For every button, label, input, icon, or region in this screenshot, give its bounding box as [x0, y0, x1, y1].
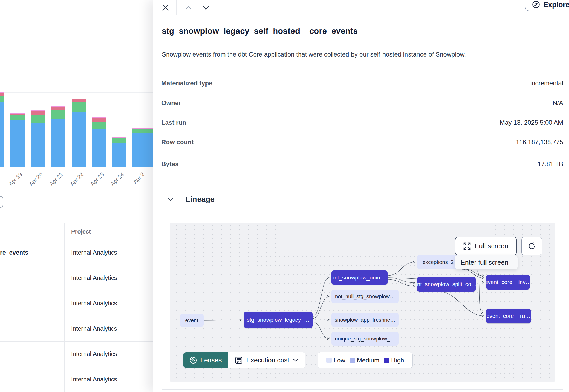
bar-Apr 2 — [132, 128, 155, 167]
execution-cost-dropdown[interactable]: Execution cost — [228, 352, 305, 368]
x-tick-label: Apr 21 — [41, 171, 64, 194]
fullscreen-button[interactable]: Full screen — [455, 237, 517, 255]
legend-item-high: High — [384, 357, 404, 364]
bar-segment-green — [31, 115, 45, 123]
close-button[interactable] — [160, 0, 171, 15]
bar-segment-green — [132, 129, 155, 133]
bar-segment-blue — [72, 112, 86, 167]
project-cell: Internal Analytics — [71, 265, 117, 291]
bar-Apr 23 — [92, 117, 106, 167]
gridline — [0, 92, 153, 93]
lineage-edge — [313, 296, 329, 319]
lineage-node-stg[interactable]: stg_snowplow_legacy_… — [244, 312, 313, 328]
panel-topbar: Explore — [153, 0, 569, 15]
legend-item-low: Low — [326, 357, 345, 364]
lens-aperture-icon — [189, 356, 197, 364]
bar-segment-green — [112, 138, 126, 143]
table-row[interactable]: Internal Analytics — [0, 291, 153, 316]
metadata-value: May 13, 2025 5:00 AM — [500, 119, 563, 126]
detail-panel: Explore stg_snowplow_legacy_self_hosted_… — [153, 0, 569, 392]
metadata-value: N/A — [553, 99, 563, 107]
cost-legend: LowMediumHigh — [318, 352, 413, 368]
metadata-row-row-count: Row count116,187,138,775 — [161, 132, 563, 152]
next-item-button[interactable] — [200, 0, 211, 15]
lineage-edge — [388, 279, 415, 286]
x-tick-label: Apr 24 — [102, 171, 125, 194]
legend-label: Medium — [357, 357, 379, 364]
lenses-label: Lenses — [200, 356, 222, 364]
lineage-node-app[interactable]: snowplow_app_freshne… — [331, 313, 399, 327]
bar-Apr 20 — [31, 110, 45, 167]
lineage-node-exceptions[interactable]: exceptions_2 — [417, 255, 459, 269]
bar-segment-blue — [51, 119, 65, 167]
project-cell: Internal Analytics — [71, 291, 117, 316]
lineage-edge — [313, 322, 329, 339]
bar-segment-green — [10, 115, 25, 120]
model-name-title: stg_snowplow_legacy_self_hosted__core_ev… — [162, 26, 358, 36]
explore-button[interactable]: Explore — [525, 0, 569, 11]
bar-Apr 19 — [10, 113, 25, 167]
metadata-row-last-run: Last runMay 13, 2025 5:00 AM — [161, 113, 563, 132]
x-tick-label: Apr 19 — [0, 171, 24, 194]
table-row[interactable]: Internal Analytics — [0, 341, 153, 367]
refresh-icon — [527, 242, 536, 251]
bar-segment-red — [51, 107, 65, 110]
legend-label: High — [391, 357, 404, 364]
x-tick-label: Apr 2 — [122, 171, 146, 194]
lineage-section-title: Lineage — [186, 195, 215, 204]
lineage-canvas[interactable]: eventstg_snowplow_legacy_…int_snowplow_u… — [170, 223, 555, 382]
lineage-node-unio[interactable]: int_snowplow_unio… — [331, 270, 388, 285]
bar-segment-green — [92, 122, 106, 129]
table-row[interactable]: Internal Analytics — [0, 367, 153, 392]
bar-segment-blue — [92, 129, 106, 167]
models-table: Project re_eventsInternal AnalyticsInter… — [0, 223, 153, 392]
execution-cost-label: Execution cost — [246, 356, 290, 364]
bar-segment-red — [31, 111, 45, 115]
lenses-button[interactable]: Lenses — [183, 352, 228, 368]
lineage-edge — [439, 292, 484, 316]
table-row[interactable]: re_eventsInternal Analytics — [0, 240, 153, 265]
section-collapse-chevron-icon — [167, 197, 174, 202]
legend-swatch — [384, 358, 389, 363]
bar-segment-red — [0, 93, 4, 96]
fullscreen-tooltip: Enter full screen — [455, 255, 518, 269]
gridline — [0, 68, 153, 68]
table-row[interactable]: Internal Analytics — [0, 316, 153, 341]
clipped-filter-button[interactable] — [0, 196, 3, 208]
chart-card-top-border — [0, 43, 153, 43]
x-tick-label: Apr 23 — [82, 171, 105, 194]
table-row[interactable]: Internal Analytics — [0, 265, 153, 291]
bar-segment-blue — [112, 143, 126, 167]
lineage-section-header[interactable]: Lineage — [167, 195, 215, 204]
screen: Apr 19Apr 20Apr 21Apr 22Apr 23Apr 24Apr … — [0, 0, 569, 392]
bar-segment-blue — [0, 102, 4, 167]
compass-icon — [532, 0, 540, 9]
refresh-lineage-button[interactable] — [521, 237, 542, 255]
metadata-row-bytes: Bytes17.81 TB — [161, 152, 563, 176]
x-tick-label: Apr 20 — [21, 171, 44, 194]
project-cell: Internal Analytics — [71, 316, 117, 341]
previous-item-button[interactable] — [183, 0, 194, 15]
close-icon — [162, 4, 169, 12]
expand-icon — [463, 242, 471, 250]
calculator-icon — [235, 356, 243, 364]
project-cell: Internal Analytics — [71, 342, 117, 367]
metadata-label: Row count — [161, 138, 194, 146]
metadata-value: 17.81 TB — [538, 160, 563, 168]
metadata-list: Materialized typeincrementalOwnerN/ALast… — [161, 73, 563, 176]
lineage-node-split[interactable]: int_snowplow_split_co… — [417, 277, 476, 292]
legend-item-medium: Medium — [350, 357, 379, 364]
table-header-project: Project — [71, 223, 91, 240]
project-cell: Internal Analytics — [71, 240, 117, 265]
model-name-cell: re_events — [0, 240, 28, 265]
lineage-edge — [313, 320, 329, 320]
bar-segment-green — [72, 102, 86, 112]
lineage-node-not_null[interactable]: not_null_stg_snowplow… — [331, 290, 399, 303]
lineage-node-event[interactable]: event — [180, 314, 204, 327]
bar-segment-green — [0, 96, 4, 102]
lineage-node-inv[interactable]: event_core__inv… — [486, 275, 530, 290]
chevron-down-icon — [202, 6, 209, 10]
lineage-node-unique[interactable]: unique_stg_snowplow_… — [331, 332, 399, 346]
lineage-node-ru[interactable]: event_core__ru… — [486, 309, 531, 323]
metadata-label: Bytes — [161, 160, 178, 168]
